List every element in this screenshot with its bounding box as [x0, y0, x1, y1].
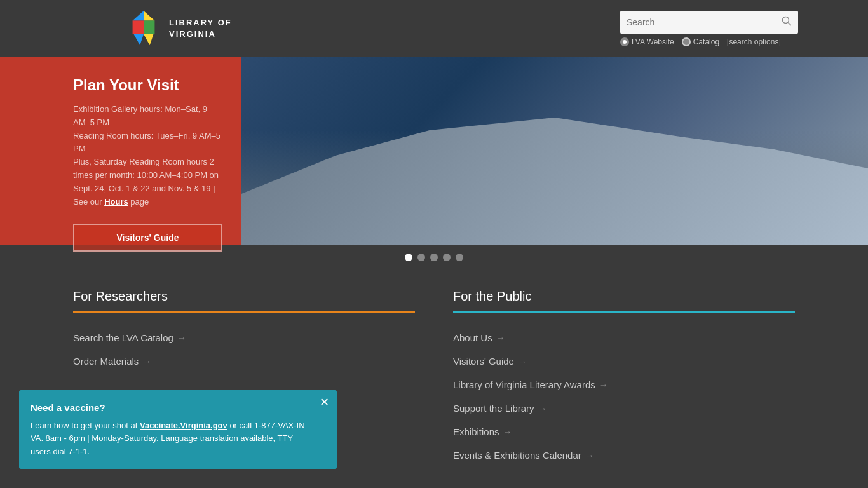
visitors-guide-button[interactable]: Visitors' Guide — [73, 224, 222, 252]
arrow-icon-visitors: → — [518, 356, 527, 367]
svg-line-7 — [789, 23, 792, 26]
arrow-icon-support: → — [538, 403, 547, 414]
logo-text: LIBRARY OF VIRGINIA — [169, 17, 232, 40]
carousel-dot-1[interactable] — [405, 254, 412, 261]
search-lva-catalog-link[interactable]: Search the LVA Catalog → — [73, 326, 415, 349]
visitors-guide-link[interactable]: Visitors' Guide → — [453, 349, 795, 373]
svg-marker-0 — [144, 11, 154, 20]
vaccine-close-button[interactable]: ✕ — [320, 396, 329, 408]
carousel-dot-2[interactable] — [417, 254, 425, 261]
search-icon — [782, 16, 792, 26]
arrow-icon-events: → — [585, 451, 594, 461]
radio-catalog[interactable]: Catalog — [682, 37, 719, 46]
carousel-dot-5[interactable] — [456, 254, 463, 261]
library-logo-icon — [127, 10, 160, 48]
arrow-icon-about: → — [496, 333, 505, 343]
vaccinate-link[interactable]: Vaccinate.Virginia.gov — [140, 421, 227, 430]
search-input[interactable] — [620, 12, 775, 32]
carousel-slide: Plan Your Visit Exhibition Gallery hours… — [0, 57, 868, 245]
literary-awards-link[interactable]: Library of Virginia Literary Awards → — [453, 373, 795, 396]
arrow-icon-2: → — [142, 356, 151, 367]
svg-marker-5 — [144, 34, 153, 45]
header: LIBRARY OF VIRGINIA LVA Website Catalog — [0, 0, 868, 57]
public-title: For the Public — [453, 289, 795, 304]
arrow-icon-literary: → — [599, 380, 608, 390]
building-illustration — [241, 118, 868, 245]
svg-marker-4 — [134, 34, 144, 45]
support-library-link[interactable]: Support the Library → — [453, 396, 795, 420]
arrow-icon-1: → — [177, 333, 186, 343]
carousel-dot-3[interactable] — [430, 254, 438, 261]
exhibitions-link[interactable]: Exhibitions → — [453, 420, 795, 444]
about-us-link[interactable]: About Us → — [453, 326, 795, 349]
order-materials-link[interactable]: Order Materials → — [73, 349, 415, 373]
search-options-link[interactable]: [search options] — [727, 37, 781, 46]
arrow-icon-exhibitions: → — [503, 427, 512, 437]
search-area: LVA Website Catalog [search options] — [620, 11, 798, 46]
slide-title: Plan Your Visit — [73, 76, 222, 94]
carousel-dot-4[interactable] — [443, 254, 451, 261]
public-section: For the Public About Us → Visitors' Guid… — [434, 289, 795, 467]
vaccine-title: Need a vaccine? — [31, 400, 311, 416]
svg-marker-3 — [144, 20, 154, 34]
svg-marker-2 — [133, 20, 144, 34]
search-options: LVA Website Catalog [search options] — [620, 37, 798, 46]
public-divider — [453, 311, 795, 313]
logo-area[interactable]: LIBRARY OF VIRGINIA — [127, 10, 232, 48]
vaccine-body: Learn how to get your shot at Vaccinate.… — [31, 419, 311, 459]
radio-catalog-indicator — [682, 37, 691, 46]
search-bar — [620, 11, 798, 34]
slide-content: Plan Your Visit Exhibition Gallery hours… — [0, 57, 241, 245]
slide-image — [241, 57, 868, 245]
researchers-divider — [73, 311, 415, 313]
carousel-container: Plan Your Visit Exhibition Gallery hours… — [0, 57, 868, 245]
events-calendar-link[interactable]: Events & Exhibitions Calendar → — [453, 444, 795, 467]
radio-lva-indicator — [620, 37, 629, 46]
radio-lva-website[interactable]: LVA Website — [620, 37, 674, 46]
svg-marker-1 — [133, 11, 144, 20]
vaccine-notification: ✕ Need a vaccine? Learn how to get your … — [19, 390, 337, 469]
hours-link[interactable]: Hours — [104, 197, 128, 207]
slide-body: Exhibition Gallery hours: Mon–Sat, 9 AM–… — [73, 103, 222, 208]
researchers-title: For Researchers — [73, 289, 415, 304]
search-button[interactable] — [775, 11, 798, 34]
svg-point-6 — [783, 17, 789, 24]
